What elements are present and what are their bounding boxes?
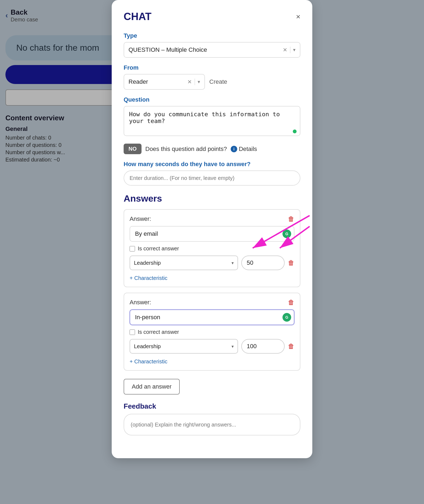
answer-1-input[interactable] — [130, 226, 294, 242]
type-label: Type — [124, 32, 300, 39]
type-caret-icon[interactable]: ▾ — [293, 47, 295, 53]
answer-2-header: Answer: 🗑 — [130, 299, 294, 306]
answer-2-input-wrapper: G — [130, 309, 294, 325]
from-label: From — [124, 64, 300, 71]
answer-1-char-select-text: Leadership — [134, 260, 161, 266]
answer-2-grammarly-icon: G — [282, 313, 291, 322]
answer-2-score-input[interactable] — [241, 339, 285, 354]
duration-input[interactable] — [124, 170, 300, 186]
answer-1-correct-checkbox[interactable] — [130, 246, 135, 251]
from-group: From Reader ✕ ▾ Create — [124, 64, 300, 90]
answer-block-2: Answer: 🗑 G Is correct answer Leadership… — [124, 293, 300, 371]
from-select-icons: ✕ ▾ — [187, 79, 200, 85]
modal-title: CHAT — [124, 11, 152, 22]
type-select[interactable]: QUESTION – Multiple Choice ✕ ▾ — [124, 42, 300, 58]
answer-1-header: Answer: 🗑 — [130, 215, 294, 223]
answer-1-score-input[interactable] — [241, 256, 285, 270]
answer-2-correct-label: Is correct answer — [138, 329, 179, 335]
answer-1-char-delete-icon[interactable]: 🗑 — [288, 259, 294, 267]
duration-group: How many seconds do they have to answer? — [124, 161, 300, 186]
from-clear-icon[interactable]: ✕ — [187, 79, 192, 85]
from-caret-icon[interactable]: ▾ — [198, 79, 200, 85]
modal-header: CHAT × — [124, 11, 300, 22]
question-wrapper — [124, 106, 300, 137]
answer-1-input-wrapper: G — [130, 226, 294, 242]
answer-1-label: Answer: — [130, 215, 151, 222]
points-text: Does this question add points? — [145, 146, 227, 153]
question-status-dot — [293, 130, 297, 133]
answer-block-1: Answer: 🗑 G Is correct answer Leadership… — [124, 209, 300, 287]
create-link[interactable]: Create — [209, 78, 227, 85]
answer-1-char-caret-icon: ▾ — [232, 260, 234, 266]
type-select-divider — [290, 47, 290, 53]
type-clear-icon[interactable]: ✕ — [283, 47, 287, 53]
answer-2-delete-icon[interactable]: 🗑 — [288, 299, 294, 306]
points-toggle[interactable]: NO — [124, 144, 142, 154]
type-group: Type QUESTION – Multiple Choice ✕ ▾ — [124, 32, 300, 58]
answer-2-input[interactable] — [130, 309, 294, 325]
answer-2-char-select[interactable]: Leadership ▾ — [130, 339, 238, 354]
answer-2-correct-row: Is correct answer — [130, 329, 294, 335]
modal-close-button[interactable]: × — [296, 12, 300, 21]
from-select-text: Reader — [129, 78, 148, 85]
feedback-input[interactable] — [124, 414, 300, 435]
answer-2-char-delete-icon[interactable]: 🗑 — [288, 343, 294, 350]
details-text: Details — [239, 146, 257, 153]
answer-2-correct-checkbox[interactable] — [130, 329, 135, 335]
answer-1-correct-row: Is correct answer — [130, 245, 294, 252]
question-group: Question — [124, 96, 300, 137]
answer-2-label: Answer: — [130, 299, 151, 306]
from-select[interactable]: Reader ✕ ▾ — [124, 74, 205, 90]
question-label: Question — [124, 96, 300, 103]
answer-2-char-caret-icon: ▾ — [232, 344, 234, 349]
answer-1-delete-icon[interactable]: 🗑 — [288, 215, 294, 223]
answer-2-char-select-text: Leadership — [134, 343, 161, 350]
from-row: Reader ✕ ▾ Create — [124, 74, 300, 90]
answer-2-char-row: Leadership ▾ 🗑 — [130, 339, 294, 354]
feedback-title: Feedback — [124, 402, 300, 411]
feedback-group: Feedback — [124, 402, 300, 435]
duration-label: How many seconds do they have to answer? — [124, 161, 300, 168]
answer-1-char-select[interactable]: Leadership ▾ — [130, 256, 238, 270]
question-textarea[interactable] — [124, 106, 300, 136]
from-select-divider — [195, 79, 195, 85]
type-select-icons: ✕ ▾ — [283, 47, 295, 53]
answer-2-add-char-link[interactable]: + Characteristic — [130, 358, 168, 365]
answer-1-grammarly-icon: G — [282, 230, 291, 238]
points-row: NO Does this question add points? i Deta… — [124, 144, 300, 154]
answer-1-correct-label: Is correct answer — [138, 245, 179, 252]
chat-modal: CHAT × Type QUESTION – Multiple Choice ✕… — [112, 0, 312, 458]
type-select-text: QUESTION – Multiple Choice — [129, 46, 207, 53]
add-answer-button[interactable]: Add an answer — [124, 379, 180, 395]
answer-1-char-row: Leadership ▾ 🗑 — [130, 256, 294, 270]
answer-1-add-char-link[interactable]: + Characteristic — [130, 275, 168, 281]
answers-title: Answers — [124, 193, 300, 204]
details-link[interactable]: i Details — [231, 146, 257, 153]
info-icon: i — [231, 146, 237, 152]
